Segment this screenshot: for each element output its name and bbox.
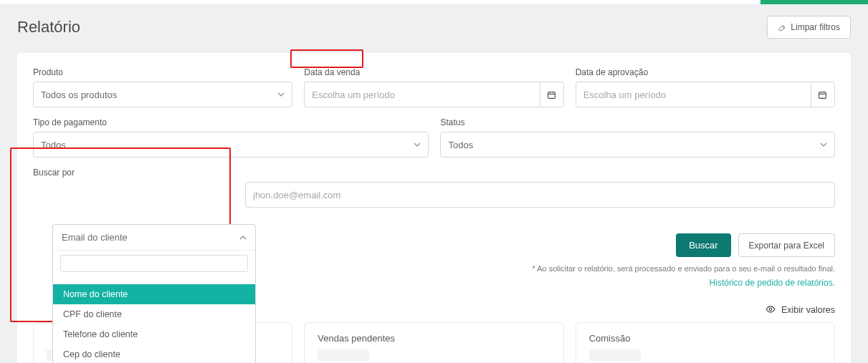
field-buscar-por: Buscar por: [33, 168, 234, 208]
date-aprov-wrap: Escolha um período: [576, 82, 835, 107]
stat-card-pending: Vendas pendentes: [304, 322, 563, 363]
chevron-down-icon: [277, 92, 285, 97]
input-data-venda[interactable]: Escolha um período: [304, 82, 539, 107]
topbar: [0, 0, 868, 4]
highlight-label: [290, 49, 363, 68]
field-data-aprovacao: Data de aprovação Escolha um período: [576, 67, 835, 107]
buscar-button[interactable]: Buscar: [676, 233, 730, 257]
dropdown-item-nome[interactable]: Nome do cliente: [53, 284, 255, 304]
stat-label-commission: Comissão: [589, 333, 821, 344]
exportar-excel-button[interactable]: Exportar para Excel: [738, 233, 835, 257]
buscar-por-dropdown: Email do cliente Nome do cliente CPF do …: [52, 224, 256, 363]
page-title: Relatório: [17, 18, 80, 37]
svg-rect-0: [548, 92, 555, 98]
calendar-button-aprov[interactable]: [811, 82, 835, 107]
input-data-aprovacao[interactable]: Escolha um período: [576, 82, 811, 107]
eraser-icon: [778, 23, 786, 32]
buscar-por-selected: Email do cliente: [62, 232, 128, 243]
historico-link[interactable]: Histórico de pedido de relatórios.: [710, 278, 835, 288]
calendar-button-venda[interactable]: [540, 82, 564, 107]
field-status: Status Todos: [440, 117, 835, 158]
field-data-venda: Data da venda Escolha um período: [304, 67, 563, 107]
clear-filters-label: Limpar filtros: [791, 22, 840, 32]
row-2: Tipo de pagamento Todos Status Todos: [33, 117, 835, 158]
stat-value-pending: [318, 349, 369, 361]
input-data-aprovacao-placeholder: Escolha um período: [583, 89, 667, 100]
label-busca: [245, 168, 835, 178]
buscar-por-dropdown-header[interactable]: Email do cliente: [53, 225, 255, 251]
chevron-down-icon: [820, 142, 827, 147]
filter-card: Produto Todos os produtos Data da venda …: [17, 53, 851, 363]
row-1: Produto Todos os produtos Data da venda …: [33, 67, 835, 107]
svg-point-8: [770, 308, 773, 311]
exibir-valores-link[interactable]: Exibir valores: [781, 305, 835, 315]
label-produto: Produto: [33, 67, 292, 77]
select-status-value: Todos: [448, 140, 473, 150]
clear-filters-button[interactable]: Limpar filtros: [767, 16, 851, 39]
select-status[interactable]: Todos: [440, 132, 835, 158]
chevron-down-icon: [414, 142, 421, 147]
field-produto: Produto Todos os produtos: [33, 67, 292, 107]
dropdown-item-telefone[interactable]: Telefone do cliente: [53, 324, 255, 344]
exportar-label: Exportar para Excel: [749, 241, 824, 251]
stat-card-commission: Comissão: [576, 322, 835, 363]
label-buscar-por: Buscar por: [33, 168, 234, 178]
calendar-icon: [547, 90, 556, 100]
dropdown-search: [53, 251, 255, 276]
select-buscar-por-placeholder-space: [33, 182, 234, 208]
select-produto-value: Todos os produtos: [41, 89, 117, 100]
label-data-aprovacao: Data de aprovação: [576, 67, 835, 77]
calendar-icon: [818, 90, 827, 100]
input-data-venda-placeholder: Escolha um período: [312, 89, 395, 100]
field-tipo-pagamento: Tipo de pagamento Todos: [33, 117, 429, 158]
dropdown-list: Nome do cliente CPF do cliente Telefone …: [53, 276, 255, 363]
topbar-accent: [760, 0, 868, 4]
stat-label-pending: Vendas pendentes: [318, 333, 550, 344]
svg-rect-4: [819, 92, 826, 98]
label-data-venda: Data da venda: [304, 67, 563, 77]
label-status: Status: [440, 117, 835, 127]
dropdown-item-cutoff[interactable]: [53, 276, 255, 284]
page: Relatório Limpar filtros Produto Todos o…: [0, 4, 868, 363]
dropdown-search-input[interactable]: [60, 255, 248, 272]
select-tipo-pagamento[interactable]: Todos: [33, 132, 429, 158]
dropdown-item-cpf[interactable]: CPF do cliente: [53, 304, 255, 324]
row-3: Buscar por: [33, 168, 835, 208]
input-busca[interactable]: [245, 182, 835, 208]
select-produto[interactable]: Todos os produtos: [33, 82, 292, 107]
page-header: Relatório Limpar filtros: [17, 16, 851, 39]
select-tipo-pagamento-value: Todos: [41, 140, 66, 150]
eye-icon: [766, 305, 778, 315]
dropdown-item-cep[interactable]: Cep do cliente: [53, 344, 255, 363]
stat-value-commission: [589, 349, 641, 361]
field-busca: [245, 168, 835, 208]
date-venda-wrap: Escolha um período: [304, 82, 563, 107]
chevron-up-icon: [239, 236, 247, 240]
label-tipo-pagamento: Tipo de pagamento: [33, 117, 429, 127]
